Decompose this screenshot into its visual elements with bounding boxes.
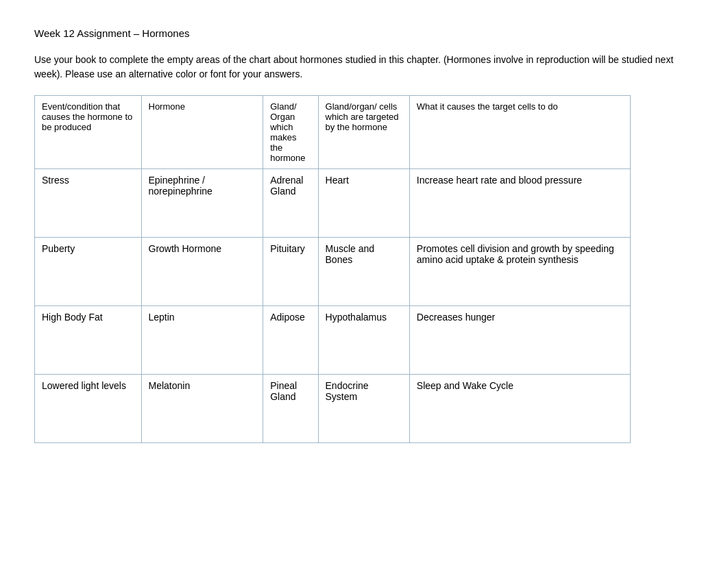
- cell-effect: Increase heart rate and blood pressure: [409, 169, 630, 238]
- cell-target: Hypothalamus: [318, 306, 409, 375]
- cell-hormone: Melatonin: [141, 375, 263, 443]
- table-row: Lowered light levelsMelatoninPineal Glan…: [35, 375, 631, 443]
- cell-target: Muscle and Bones: [318, 238, 409, 306]
- header-effect: What it causes the target cells to do: [409, 96, 630, 169]
- cell-gland: Adipose: [263, 306, 318, 375]
- header-hormone: Hormone: [141, 96, 263, 169]
- table-row: PubertyGrowth HormonePituitaryMuscle and…: [35, 238, 631, 306]
- cell-hormone: Leptin: [141, 306, 263, 375]
- cell-hormone: Growth Hormone: [141, 238, 263, 306]
- cell-gland: Pineal Gland: [263, 375, 318, 443]
- cell-target: Endocrine System: [318, 375, 409, 443]
- cell-event: Lowered light levels: [35, 375, 142, 443]
- cell-effect: Decreases hunger: [409, 306, 630, 375]
- header-event: Event/condition that causes the hormone …: [35, 96, 142, 169]
- instructions-text: Use your book to complete the empty area…: [34, 53, 694, 82]
- cell-effect: Sleep and Wake Cycle: [409, 375, 630, 443]
- cell-gland: Adrenal Gland: [263, 169, 318, 238]
- page-title: Week 12 Assignment – Hormones: [34, 27, 694, 39]
- cell-hormone: Epinephrine / norepinephrine: [141, 169, 263, 238]
- header-gland: Gland/ Organ which makes the hormone: [263, 96, 318, 169]
- header-target: Gland/organ/ cells which are targeted by…: [318, 96, 409, 169]
- cell-event: Stress: [35, 169, 142, 238]
- cell-event: Puberty: [35, 238, 142, 306]
- cell-target: Heart: [318, 169, 409, 238]
- cell-event: High Body Fat: [35, 306, 142, 375]
- cell-effect: Promotes cell division and growth by spe…: [409, 238, 630, 306]
- table-row: High Body FatLeptinAdiposeHypothalamusDe…: [35, 306, 631, 375]
- table-row: StressEpinephrine / norepinephrineAdrena…: [35, 169, 631, 238]
- cell-gland: Pituitary: [263, 238, 318, 306]
- hormone-table: Event/condition that causes the hormone …: [34, 95, 631, 443]
